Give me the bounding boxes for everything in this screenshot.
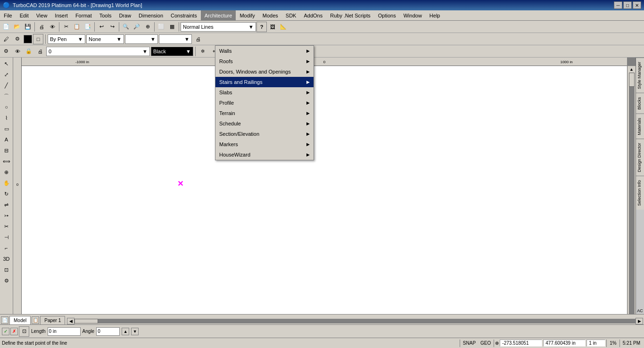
menu-file[interactable]: File <box>0 10 16 20</box>
menu-options[interactable]: Options <box>374 10 400 20</box>
field1-dropdown[interactable]: ▼ <box>125 34 158 44</box>
pen-tool[interactable]: 🖊 <box>1 34 11 44</box>
snap-status[interactable]: SNAP <box>461 340 478 346</box>
geo-status[interactable]: GEO <box>479 340 493 346</box>
selection-info-tab[interactable]: Selection Info <box>636 176 644 210</box>
direct-select-tool[interactable]: ⤢ <box>1 69 12 80</box>
design-director-tab[interactable]: Design Director <box>636 139 644 176</box>
redo-button[interactable]: ↪ <box>107 22 117 32</box>
angle-down-btn[interactable]: ▼ <box>131 328 139 335</box>
menu-modes[interactable]: Modes <box>259 10 282 20</box>
minimize-button[interactable]: ─ <box>614 1 622 9</box>
rotate-tool[interactable]: ↻ <box>1 189 12 199</box>
snap-btn[interactable]: ✲ <box>198 46 208 57</box>
vscroll-track[interactable] <box>629 73 635 314</box>
none-dropdown[interactable]: None ▼ <box>86 34 124 44</box>
paste-button[interactable]: 📑 <box>83 22 93 32</box>
snap-input-btn[interactable]: ⊡ <box>19 326 29 337</box>
zoom-fit-button[interactable]: ⊕ <box>142 22 153 32</box>
hscroll-thumb[interactable] <box>74 319 98 323</box>
layer-vis-btn[interactable]: 👁 <box>12 46 23 57</box>
vscroll-up[interactable]: ▲ <box>629 67 634 72</box>
menu-draw[interactable]: Draw <box>115 10 135 20</box>
menu-constraints[interactable]: Constraints <box>167 10 201 20</box>
field2-dropdown[interactable]: ▼ <box>159 34 192 44</box>
layer-icon-btn[interactable]: ⚙ <box>1 46 11 57</box>
far-right-bottom-btn[interactable]: AC <box>636 307 644 314</box>
menu-modify[interactable]: Modify <box>236 10 258 20</box>
arch-walls[interactable]: Walls ▶ <box>215 46 314 56</box>
print-area-btn[interactable]: 🖨 <box>193 34 203 44</box>
print-button[interactable]: 🖨 <box>36 22 47 32</box>
view-btn2[interactable]: ▦ <box>167 22 177 32</box>
save-button[interactable]: 💾 <box>23 22 33 32</box>
new-button[interactable]: 📄 <box>1 22 11 32</box>
cancel-input-button[interactable]: ✗ <box>10 328 18 335</box>
hscroll-right[interactable]: ▶ <box>636 318 643 324</box>
menu-format[interactable]: Format <box>72 10 96 20</box>
preview-button[interactable]: 👁 <box>47 22 58 32</box>
help-context-button[interactable]: ? <box>256 22 267 32</box>
pan-tool[interactable]: ✋ <box>1 178 12 188</box>
arch-doors-windows[interactable]: Doors, Windows and Openings ▶ <box>215 66 314 77</box>
menu-tools[interactable]: Tools <box>96 10 116 20</box>
arch-stairs-railings[interactable]: Stairs and Railings ▶ <box>215 77 314 87</box>
layer-dropdown[interactable]: 0 ▼ <box>46 47 150 56</box>
maximize-button[interactable]: □ <box>623 1 632 9</box>
menu-help[interactable]: Help <box>426 10 444 20</box>
vscroll-bar[interactable]: ▲ ▼ <box>627 66 636 314</box>
model-tab[interactable]: Model <box>9 316 31 324</box>
rect-tool[interactable]: ▭ <box>1 124 12 134</box>
extend-tool[interactable]: ⊣ <box>1 232 12 242</box>
arch-markers[interactable]: Markers ▶ <box>215 139 314 149</box>
vscroll-thumb[interactable] <box>629 73 635 87</box>
arch-housewizard[interactable]: HouseWizard ▶ <box>215 149 314 160</box>
text-tool[interactable]: A <box>1 134 12 145</box>
close-button[interactable]: ✕ <box>633 1 641 9</box>
dim-tool[interactable]: ⟺ <box>1 156 12 166</box>
snap-toggle-tool[interactable]: ⊡ <box>1 265 12 275</box>
arch-roofs[interactable]: Roofs ▶ <box>215 56 314 66</box>
trim-tool[interactable]: ✂ <box>1 221 12 232</box>
3d-tool[interactable]: 3D <box>1 254 12 264</box>
menu-dimension[interactable]: Dimension <box>135 10 167 20</box>
menu-architecture[interactable]: Architecture <box>201 10 236 20</box>
confirm-button[interactable]: ✓ <box>2 328 9 335</box>
length-input[interactable] <box>48 327 81 336</box>
circle-tool[interactable]: ○ <box>1 102 12 112</box>
line-tool[interactable]: ╱ <box>1 80 12 91</box>
arch-profile[interactable]: Profile ▶ <box>215 98 314 108</box>
mirror-tool[interactable]: ⇌ <box>1 199 12 210</box>
arc-tool[interactable]: ⌒ <box>1 91 12 101</box>
hscroll-left[interactable]: ◀ <box>67 318 74 324</box>
menu-addons[interactable]: AddOns <box>300 10 326 20</box>
paper1-tab[interactable]: Paper 1 <box>40 316 65 324</box>
copy-button[interactable]: 📋 <box>72 22 82 32</box>
settings-btn[interactable]: ⚙ <box>12 34 23 44</box>
select-tool[interactable]: ↖ <box>1 58 12 69</box>
view-btn1[interactable]: ⬜ <box>156 22 166 32</box>
offset-tool[interactable]: ⤐ <box>1 210 12 221</box>
fillet-tool[interactable]: ⌐ <box>1 243 12 253</box>
model-tab-icon[interactable]: 📄 <box>1 316 8 324</box>
menu-edit[interactable]: Edit <box>16 10 33 20</box>
paper1-tab-icon[interactable]: 📋 <box>32 316 39 324</box>
drawing-canvas[interactable]: ✕ <box>22 66 627 314</box>
arch-section-elevation[interactable]: Section/Elevation ▶ <box>215 129 314 139</box>
layer-lock-btn[interactable]: 🔒 <box>24 46 34 57</box>
menu-ruby-scripts[interactable]: Ruby .Net Scripts <box>326 10 374 20</box>
menu-window[interactable]: Window <box>400 10 426 20</box>
view3d-btn2[interactable]: 📐 <box>278 22 289 32</box>
hscroll-track[interactable] <box>74 319 636 323</box>
hatch-tool[interactable]: ⊟ <box>1 145 12 156</box>
menu-view[interactable]: View <box>33 10 51 20</box>
open-button[interactable]: 📂 <box>12 22 22 32</box>
canvas-area[interactable]: 0 -1000 in 1000 in 0 ✕ ▲ ▼ <box>13 58 636 314</box>
menu-insert[interactable]: Insert <box>51 10 72 20</box>
style-manager-tab[interactable]: Style Manager <box>636 58 644 93</box>
zoom-tool[interactable]: ⊕ <box>1 167 12 177</box>
properties-tool[interactable]: ⚙ <box>1 275 12 286</box>
undo-button[interactable]: ↩ <box>96 22 107 32</box>
arch-slabs[interactable]: Slabs ▶ <box>215 87 314 98</box>
menu-sdk[interactable]: SDK <box>282 10 300 20</box>
